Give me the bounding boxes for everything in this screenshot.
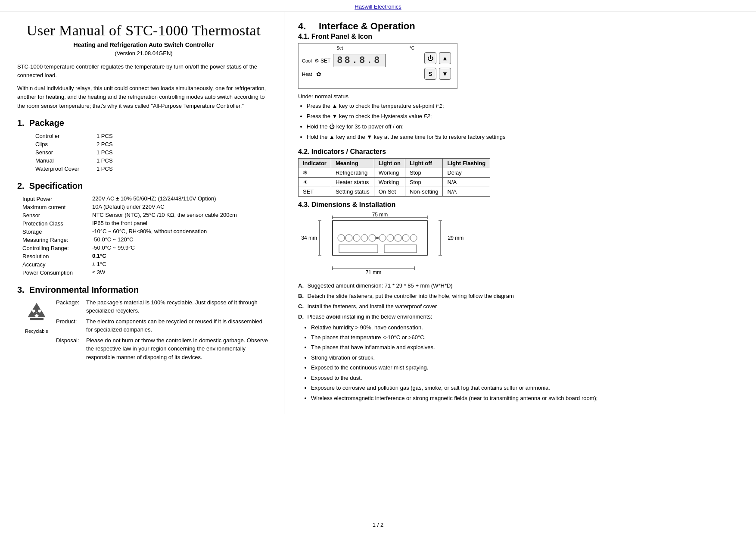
left-column: User Manual of STC-1000 Thermostat Heati…: [0, 12, 284, 414]
col-meaning: Meaning: [331, 159, 374, 168]
spec-label: Maximum current: [22, 203, 91, 211]
panel-right: ⏻ ▲ S ▼: [418, 44, 457, 88]
s-button[interactable]: S: [424, 68, 436, 80]
power-button[interactable]: ⏻: [424, 52, 436, 64]
env-row-disposal: Disposal: Please do not burn or throw th…: [56, 336, 270, 362]
indicator-cell-0: SET: [299, 187, 331, 197]
env-desc-disposal: Please do not burn or throw the controll…: [86, 336, 270, 362]
bullet-1: Press the ▲ key to check the temperature…: [307, 101, 742, 111]
right-column: 4. Interface & Operation 4.1. Front Pane…: [284, 12, 756, 414]
heat-label: Heat: [302, 72, 312, 77]
recyclable-label: Recyclable: [25, 329, 48, 334]
spec-label: Accuracy: [22, 261, 91, 268]
front-panel-bullets: Press the ▲ key to check the temperature…: [307, 101, 742, 142]
spec-value: 10A (Default) under 220V AC: [92, 203, 237, 211]
install-list: A. Suggested amount dimension: 71 * 29 *…: [298, 282, 742, 321]
spec-row: Maximum current10A (Default) under 220V …: [22, 203, 237, 211]
avoid-item: Strong vibration or struck.: [311, 353, 742, 362]
svg-point-12: [387, 235, 394, 241]
indicator-cell-3: Stop: [405, 168, 442, 178]
display-digits: 88.8.8: [333, 54, 385, 67]
subsec-43-title: Dimensions & Installation: [311, 201, 396, 209]
spec-value: ± 1°C: [92, 261, 237, 268]
pkg-name: Controller: [35, 132, 96, 140]
col-light-on: Light on: [374, 159, 405, 168]
spec-row: Power Consumption≤ 3W: [22, 269, 237, 276]
spec-row: Measuring Range:-50.0°C ~ 120°C: [22, 236, 237, 244]
subtitle: Heating and Refrigeration Auto Switch Co…: [17, 41, 270, 48]
env-row-product: Product: The electro components can be r…: [56, 317, 270, 334]
spec-value: -10°C ~ 60°C, RH<90%, without condensati…: [92, 228, 237, 235]
svg-text:75 mm: 75 mm: [372, 212, 388, 218]
svg-point-14: [402, 235, 409, 241]
pkg-name: Manual: [35, 157, 96, 164]
spec-label: Input Power: [22, 195, 91, 203]
page: Haswill Electronics User Manual of STC-1…: [0, 0, 756, 535]
spec-row: Resolution0.1°C: [22, 253, 237, 260]
pkg-name: Sensor: [35, 149, 96, 156]
pkg-qty: 1 PCS: [96, 157, 113, 164]
down-button[interactable]: ▼: [439, 68, 451, 80]
spec-label: Sensor: [22, 212, 91, 219]
top-bar: Haswill Electronics: [0, 0, 756, 12]
package-row: Waterproof Cover1 PCS: [35, 165, 113, 172]
avoid-list: Relative humidity > 90%, have condensati…: [311, 323, 742, 403]
col-light-off: Light off: [405, 159, 442, 168]
svg-rect-16: [339, 245, 378, 253]
install-item-a: A. Suggested amount dimension: 71 * 29 *…: [298, 282, 742, 291]
svg-point-5: [338, 235, 345, 241]
spec-label: Measuring Range:: [22, 236, 91, 244]
section-package-title: 1. Package: [17, 118, 270, 128]
spec-value: -50.0°C ~ 99.9°C: [92, 244, 237, 252]
pkg-qty: 1 PCS: [96, 132, 113, 140]
subsec-42-title: Indicators / Characters: [311, 148, 386, 156]
col-indicator: Indicator: [299, 159, 331, 168]
env-label-disposal: Disposal:: [56, 336, 86, 362]
env-label-product: Product:: [56, 317, 86, 334]
spec-row: Input Power220V AC ± 10% 50/60HZ; (12/24…: [22, 195, 237, 203]
spec-label: Controlling Range:: [22, 244, 91, 252]
env-desc-product: The electro components can be recycled o…: [86, 317, 270, 334]
indicator-row: SETSetting statusOn SetNon-settingN/A: [299, 187, 490, 197]
s-down-btn-row: S ▼: [424, 68, 451, 80]
svg-point-7: [353, 235, 360, 241]
temp-c-label: °C: [410, 46, 414, 50]
indicator-cell-4: N/A: [443, 187, 490, 197]
bullet-4: Hold the ▲ key and the ▼ key at the same…: [307, 132, 742, 142]
svg-rect-4: [333, 221, 427, 255]
env-label-package: Package:: [56, 298, 86, 315]
svg-point-15: [410, 235, 417, 241]
spec-table: Input Power220V AC ± 10% 50/60HZ; (12/24…: [22, 194, 238, 277]
package-row: Clips2 PCS: [35, 141, 113, 148]
dimensions-svg: 75 mm: [298, 212, 479, 276]
pkg-qty: 1 PCS: [96, 149, 113, 156]
company-link[interactable]: Haswill Electronics: [355, 3, 401, 10]
spec-row: Protection ClassIP65 to the front panel: [22, 220, 237, 227]
svg-text:29 mm: 29 mm: [448, 235, 464, 241]
spec-value: 0.1°C: [92, 253, 237, 260]
install-item-b: B. Detach the slide fasteners, put the c…: [298, 292, 742, 301]
spec-value: 220V AC ± 10% 50/60HZ; (12/24/48/110V Op…: [92, 195, 237, 203]
indicator-row: ❄RefrigeratingWorkingStopDelay: [299, 168, 490, 178]
avoid-item: The places that have inflammable and exp…: [311, 343, 742, 352]
subsec-43-num: 4.3.: [298, 201, 310, 209]
svg-text:71 mm: 71 mm: [366, 269, 382, 275]
svg-point-13: [395, 235, 401, 241]
indicator-cell-1: Setting status: [331, 187, 374, 197]
indicator-cell-3: Stop: [405, 178, 442, 187]
pkg-qty: 2 PCS: [96, 141, 113, 148]
env-content: Package: The package's material is 100% …: [56, 298, 270, 364]
indicator-cell-2: Working: [374, 168, 405, 178]
version: (Version 21.08.04GEN): [17, 50, 270, 56]
subsec-41-title: Front Panel & Icon: [311, 33, 372, 41]
avoid-item: Exposed to the continuous water mist spr…: [311, 363, 742, 372]
bullet-3: Hold the ⏻ key for 3s to power off / on;: [307, 122, 742, 131]
spec-label: Storage: [22, 228, 91, 235]
svg-point-9: [369, 235, 376, 241]
spec-row: Controlling Range:-50.0°C ~ 99.9°C: [22, 244, 237, 252]
spec-row: Storage-10°C ~ 60°C, RH<90%, without con…: [22, 228, 237, 235]
set-label: Set: [336, 46, 343, 50]
spec-label: Power Consumption: [22, 269, 91, 276]
up-button[interactable]: ▲: [439, 52, 451, 64]
section4-number: 4.: [298, 21, 308, 32]
